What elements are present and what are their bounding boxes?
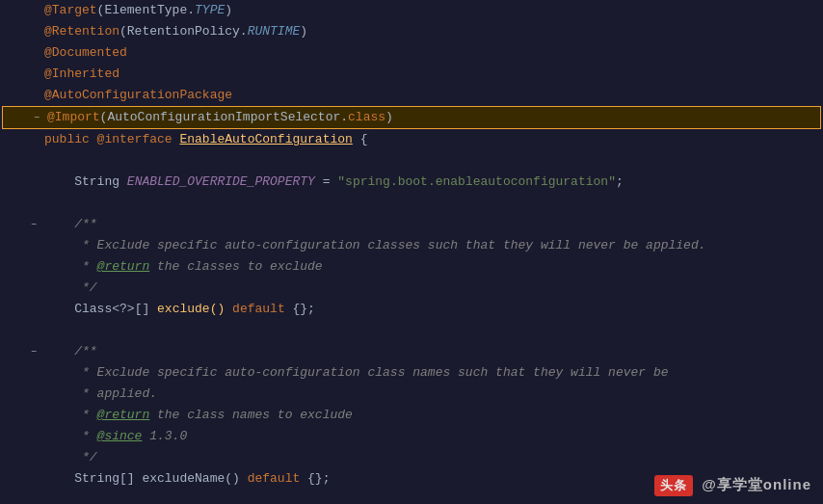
- code-token: {};: [285, 302, 315, 316]
- fold-button: [27, 172, 40, 193]
- line-content: * Exclude specific auto-configuration cl…: [40, 235, 823, 256]
- code-token: (RetentionPolicy.: [119, 24, 248, 39]
- code-token: TYPE: [195, 3, 225, 17]
- line-content: @Inherited: [40, 64, 823, 85]
- code-token: String[] excludeName(): [44, 471, 248, 486]
- code-token: */: [44, 450, 97, 464]
- fold-button: [27, 320, 40, 341]
- fold-button: [27, 129, 40, 150]
- line-content: @Import(AutoConfigurationImportSelector.…: [43, 107, 820, 128]
- code-line: [0, 193, 823, 214]
- code-line: − /**: [0, 341, 823, 362]
- code-line: @AutoConfigurationPackage: [0, 85, 823, 106]
- code-line: − /**: [0, 214, 823, 235]
- line-content: */: [40, 278, 823, 299]
- code-token: ): [225, 3, 232, 17]
- fold-button: [27, 150, 40, 172]
- code-token: @Target: [44, 3, 97, 17]
- code-token: * Exclude specific auto-configuration cl…: [44, 238, 706, 252]
- code-token: RUNTIME: [248, 24, 301, 39]
- fold-button: [27, 384, 40, 405]
- fold-button[interactable]: −: [27, 341, 40, 362]
- line-content: * @return the classes to exclude: [40, 256, 823, 278]
- code-token: {: [353, 132, 368, 146]
- line-content: * applied.: [40, 384, 823, 405]
- fold-button: [27, 64, 40, 85]
- fold-button: [27, 405, 40, 426]
- code-line: */: [0, 278, 823, 299]
- fold-button: [27, 0, 40, 21]
- fold-button: [27, 256, 40, 278]
- fold-button: [27, 468, 40, 490]
- fold-button: [27, 21, 40, 42]
- code-line: public @interface EnableAutoConfiguratio…: [0, 129, 823, 150]
- platform-logo: 头条: [654, 475, 693, 496]
- code-token: /**: [44, 344, 97, 358]
- line-content: Class<?>[] exclude() default {};: [40, 299, 823, 320]
- code-token: ): [385, 110, 393, 124]
- code-token: ENABLED_OVERRIDE_PROPERTY: [127, 174, 315, 189]
- code-token: @return: [97, 259, 150, 274]
- code-token: @Inherited: [44, 66, 119, 81]
- code-token: */: [44, 280, 97, 295]
- line-content: */: [40, 447, 823, 468]
- line-content: @Target(ElementType.TYPE): [40, 0, 823, 21]
- code-line: * @return the class names to exclude: [0, 405, 823, 426]
- code-token: ): [300, 24, 307, 39]
- code-lines: @Target(ElementType.TYPE)@Retention(Rete…: [0, 0, 823, 490]
- watermark: 头条 @享学堂online: [654, 475, 811, 496]
- code-token: (ElementType.: [97, 3, 195, 17]
- code-token: @Retention: [44, 24, 119, 39]
- code-token: Class: [44, 302, 112, 316]
- fold-button: [27, 362, 40, 384]
- code-token: * applied.: [44, 386, 157, 401]
- code-token: class: [348, 110, 385, 124]
- fold-button: [27, 426, 40, 447]
- code-token: @AutoConfigurationPackage: [44, 88, 232, 102]
- code-token: EnableAutoConfiguration: [179, 132, 352, 146]
- channel-name: @享学堂online: [702, 476, 811, 492]
- fold-button: [27, 85, 40, 106]
- line-content: public @interface EnableAutoConfiguratio…: [40, 129, 823, 150]
- code-line: * Exclude specific auto-configuration cl…: [0, 362, 823, 384]
- fold-button[interactable]: −: [27, 214, 40, 235]
- code-token: <?: [112, 302, 127, 316]
- fold-button: [27, 193, 40, 214]
- fold-button[interactable]: −: [30, 107, 43, 128]
- code-line: @Retention(RetentionPolicy.RUNTIME): [0, 21, 823, 42]
- code-token: default: [248, 471, 301, 486]
- code-token: *: [44, 429, 97, 443]
- code-token: public: [44, 132, 97, 146]
- fold-button: [27, 278, 40, 299]
- line-content: * @return the class names to exclude: [40, 405, 823, 426]
- code-token: default: [232, 302, 285, 316]
- line-content: @Retention(RetentionPolicy.RUNTIME): [40, 21, 823, 42]
- code-line: @Target(ElementType.TYPE): [0, 0, 823, 21]
- code-token: exclude(): [149, 302, 232, 316]
- code-token: @interface: [97, 132, 180, 146]
- fold-button: [27, 447, 40, 468]
- line-content: /**: [40, 341, 823, 362]
- code-token: String: [44, 174, 127, 189]
- fold-button: [27, 299, 40, 320]
- code-line: [0, 150, 823, 172]
- fold-button: [27, 235, 40, 256]
- line-content: /**: [40, 214, 823, 235]
- code-token: the class names to exclude: [149, 408, 353, 422]
- code-token: @since: [97, 429, 143, 443]
- line-content: String ENABLED_OVERRIDE_PROPERTY = "spri…: [40, 172, 823, 193]
- code-token: @Documented: [44, 45, 127, 60]
- code-token: @return: [97, 408, 150, 422]
- code-token: *: [44, 259, 97, 274]
- line-content: @AutoConfigurationPackage: [40, 85, 823, 106]
- code-line: * @since 1.3.0: [0, 426, 823, 447]
- code-token: {};: [300, 471, 330, 486]
- code-token: =: [315, 174, 337, 189]
- code-token: >: [127, 302, 135, 316]
- code-line: [0, 320, 823, 341]
- code-token: 1.3.0: [142, 429, 187, 443]
- code-line: * applied.: [0, 384, 823, 405]
- code-token: the classes to exclude: [149, 259, 322, 274]
- code-token: /**: [44, 217, 97, 231]
- code-line: String ENABLED_OVERRIDE_PROPERTY = "spri…: [0, 172, 823, 193]
